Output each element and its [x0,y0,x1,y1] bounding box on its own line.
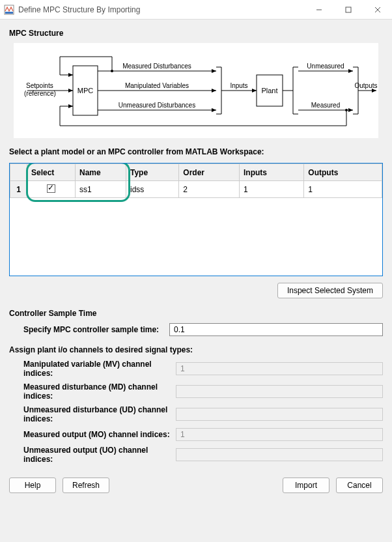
svg-text:Unmeasured: Unmeasured [307,63,344,70]
cancel-button[interactable]: Cancel [336,478,383,493]
svg-text:MPC: MPC [77,87,94,94]
window-title: Define MPC Structure By Importing [18,5,304,14]
svg-text:Plant: Plant [261,87,277,94]
inputs-cell: 1 [240,181,304,198]
workspace-table: Select Name Type Order Inputs Outputs 1 … [9,163,383,276]
sample-time-heading: Controller Sample Time [9,309,383,318]
svg-text:Setpoints: Setpoints [26,82,53,89]
row-number: 1 [10,181,27,198]
minimize-button[interactable] [304,0,333,20]
svg-text:Inputs: Inputs [230,82,247,89]
col-order[interactable]: Order [179,164,240,181]
svg-text:Unmeasured Disturbances: Unmeasured Disturbances [119,102,195,109]
mv-label: Manipulated variable (MV) channel indice… [9,360,176,378]
outputs-cell: 1 [304,181,382,198]
mv-input [176,362,383,375]
mpc-structure-diagram: MPC Setpoints (reference) Measured Distu… [14,43,378,138]
mo-input [176,428,383,441]
svg-rect-3 [346,7,351,12]
type-cell: idss [126,181,179,198]
md-label: Measured disturbance (MD) channel indice… [9,382,176,401]
import-button[interactable]: Import [283,478,329,493]
select-plant-prompt: Select a plant model or an MPC controlle… [9,147,383,156]
maximize-button[interactable] [333,0,363,20]
checkbox-checked-icon[interactable] [47,184,55,193]
col-select[interactable]: Select [27,164,76,181]
table-header-row: Select Name Type Order Inputs Outputs [10,164,382,181]
close-button[interactable] [363,0,392,20]
mpc-structure-heading: MPC Structure [9,29,383,38]
help-button[interactable]: Help [9,478,56,493]
uo-label: Unmeasured output (UO) channel indices: [9,446,176,464]
col-inputs[interactable]: Inputs [240,164,304,181]
table-row[interactable]: 1 ss1 idss 2 1 1 [10,181,382,198]
col-name[interactable]: Name [76,164,126,181]
svg-text:(reference): (reference) [24,90,56,97]
svg-text:Measured: Measured [311,102,340,109]
order-cell: 2 [179,181,240,198]
select-cell[interactable] [27,181,76,198]
button-bar: Help Refresh Import Cancel [0,474,392,500]
assign-channels-heading: Assign plant i/o channels to desired sig… [9,345,383,354]
titlebar: Define MPC Structure By Importing [0,0,392,20]
svg-point-29 [345,109,348,111]
svg-text:Measured Disturbances: Measured Disturbances [122,63,191,70]
svg-text:Manipulated Variables: Manipulated Variables [125,82,189,89]
refresh-button[interactable]: Refresh [63,478,109,493]
uo-input [176,448,383,461]
svg-point-28 [111,70,113,72]
app-icon [4,5,14,15]
sample-time-input[interactable] [169,323,383,336]
ud-input [176,408,383,421]
svg-text:Outputs: Outputs [354,82,377,89]
col-outputs[interactable]: Outputs [304,164,382,181]
col-type[interactable]: Type [126,164,179,181]
ud-label: Unmeasured disturbance (UD) channel indi… [9,405,176,423]
name-cell: ss1 [76,181,126,198]
sample-time-label: Specify MPC controller sample time: [9,325,169,334]
inspect-selected-button[interactable]: Inspect Selected System [277,283,383,298]
svg-rect-1 [5,12,13,14]
mo-label: Measured output (MO) channel indices: [9,430,176,439]
md-input [176,385,383,398]
